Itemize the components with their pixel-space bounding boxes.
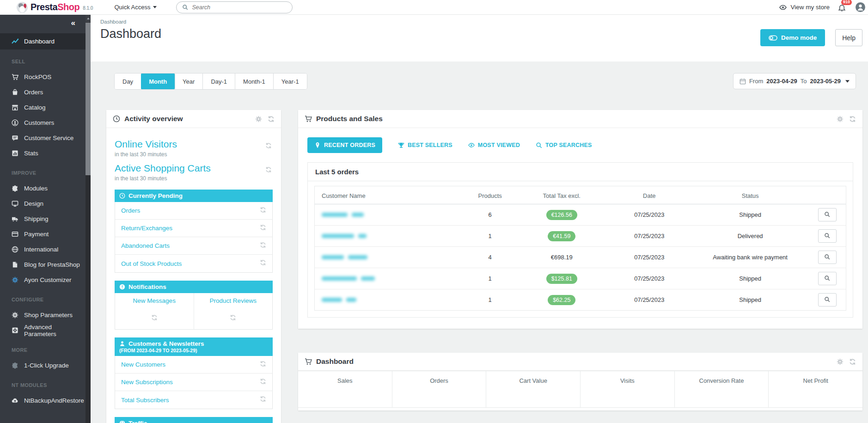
customer-name-redacted[interactable] bbox=[322, 276, 375, 281]
sidebar-item-one-click-upgrade[interactable]: 1-Click Upgrade bbox=[0, 358, 86, 373]
spinner-icon bbox=[151, 314, 158, 323]
globe-icon bbox=[119, 420, 125, 423]
gear-icon[interactable] bbox=[837, 358, 844, 365]
account-avatar[interactable] bbox=[856, 2, 865, 12]
period-year-1-button[interactable]: Year-1 bbox=[274, 74, 307, 89]
abandoned-carts-link[interactable]: Abandoned Carts bbox=[121, 242, 170, 249]
pending-list: Orders Return/Exchanges Abandoned Carts … bbox=[115, 202, 273, 273]
sidebar-item-advanced-parameters[interactable]: Advanced Parameters bbox=[0, 323, 86, 338]
metric-label[interactable]: Active Shopping Carts bbox=[115, 163, 273, 174]
refresh-icon[interactable] bbox=[849, 116, 856, 123]
kpi-net-profit: Net Profit bbox=[768, 371, 862, 407]
list-item: Abandoned Carts bbox=[115, 237, 272, 255]
sidebar-section-configure: CONFIGURE bbox=[0, 288, 86, 307]
tab-best-sellers[interactable]: BEST SELLERS bbox=[398, 142, 452, 148]
period-filter-group: Day Month Year Day-1 Month-1 Year-1 bbox=[114, 73, 307, 90]
bar-chart-icon bbox=[12, 150, 18, 157]
scroll-up-arrow-icon[interactable] bbox=[86, 15, 91, 22]
period-day-1-button[interactable]: Day-1 bbox=[203, 74, 235, 89]
product-reviews-link[interactable]: Product Reviews bbox=[194, 297, 273, 304]
person-icon bbox=[12, 119, 18, 126]
brand-name: PrestaShop bbox=[31, 2, 79, 12]
spinner-icon bbox=[230, 314, 236, 323]
metric-label[interactable]: Online Visitors bbox=[115, 139, 273, 150]
out-of-stock-link[interactable]: Out of Stock Products bbox=[121, 260, 182, 267]
period-day-button[interactable]: Day bbox=[115, 74, 141, 89]
date-range-picker[interactable]: From 2023-04-29 To 2023-05-29 bbox=[733, 73, 856, 89]
sidebar-item-shipping[interactable]: Shipping bbox=[0, 211, 86, 227]
tab-most-viewed[interactable]: MOST VIEWED bbox=[468, 142, 520, 148]
sidebar-item-design[interactable]: Design bbox=[0, 196, 86, 211]
sidebar-item-payment[interactable]: Payment bbox=[0, 227, 86, 242]
sidebar-item-shop-parameters[interactable]: Shop Parameters bbox=[0, 307, 86, 323]
avatar-icon bbox=[856, 2, 865, 12]
new-messages-cell: New Messages bbox=[115, 293, 194, 329]
chat-icon bbox=[12, 135, 18, 141]
sidebar-item-stats[interactable]: Stats bbox=[0, 146, 86, 161]
col-total: Total Tax excl. bbox=[517, 186, 607, 204]
search-input[interactable] bbox=[192, 4, 287, 11]
customer-name-redacted[interactable] bbox=[322, 234, 367, 238]
new-customers-link[interactable]: New Customers bbox=[121, 361, 165, 368]
pending-returns-link[interactable]: Return/Exchanges bbox=[121, 225, 172, 232]
new-messages-link[interactable]: New Messages bbox=[115, 297, 194, 304]
sidebar-item-modules[interactable]: Modules bbox=[0, 181, 86, 196]
customer-name-redacted[interactable] bbox=[322, 298, 356, 302]
calendar-icon bbox=[740, 78, 746, 85]
sidebar-item-rockpos[interactable]: RockPOS bbox=[0, 69, 86, 85]
trophy-icon bbox=[398, 142, 404, 148]
view-order-button[interactable] bbox=[818, 251, 837, 264]
sidebar-item-catalog[interactable]: Catalog bbox=[0, 100, 86, 115]
total-subscribers-link[interactable]: Total Subscribers bbox=[121, 397, 169, 404]
period-month-1-button[interactable]: Month-1 bbox=[235, 74, 274, 89]
sidebar-item-blog[interactable]: Blog for PrestaShop bbox=[0, 257, 86, 272]
view-order-button[interactable] bbox=[818, 272, 837, 285]
kpi-sales: Sales bbox=[298, 371, 392, 407]
customer-name-redacted[interactable] bbox=[322, 213, 364, 217]
refresh-icon[interactable] bbox=[268, 116, 275, 123]
view-my-store-link[interactable]: View my store bbox=[779, 4, 830, 11]
cart-icon bbox=[305, 358, 312, 365]
kpi-cart-value: Cart Value bbox=[486, 371, 580, 407]
quick-access-dropdown[interactable]: Quick Access bbox=[114, 4, 157, 11]
col-products: Products bbox=[464, 186, 517, 204]
spinner-icon bbox=[260, 242, 266, 250]
gear-icon[interactable] bbox=[837, 116, 844, 123]
sidebar-item-customer-service[interactable]: Customer Service bbox=[0, 130, 86, 146]
clock-icon bbox=[119, 193, 125, 199]
tab-recent-orders[interactable]: RECENT ORDERS bbox=[307, 137, 382, 153]
gear-icon[interactable] bbox=[255, 116, 262, 123]
notifications-button[interactable]: 910 bbox=[838, 3, 847, 12]
sidebar-item-ntbackupandrestore[interactable]: NtBackupAndRestore bbox=[0, 393, 86, 408]
period-year-button[interactable]: Year bbox=[175, 74, 203, 89]
sidebar-item-dashboard[interactable]: Dashboard bbox=[0, 33, 86, 49]
refresh-icon[interactable] bbox=[849, 358, 856, 365]
customers-date-range: (FROM 2023-04-29 TO 2023-05-29) bbox=[119, 348, 268, 353]
cart-icon bbox=[305, 115, 312, 123]
sidebar-collapse-button[interactable]: « bbox=[71, 19, 75, 27]
global-search bbox=[176, 1, 293, 13]
demo-mode-button[interactable]: Demo mode bbox=[760, 29, 825, 46]
sidebar-item-orders[interactable]: Orders bbox=[0, 85, 86, 100]
total-badge: €41.59 bbox=[548, 231, 575, 241]
customer-name-redacted[interactable] bbox=[322, 255, 367, 259]
last-orders-title: Last 5 orders bbox=[308, 163, 853, 181]
sidebar-item-international[interactable]: International bbox=[0, 242, 86, 257]
sidebar-section-sell: SELL bbox=[0, 49, 86, 69]
scrollbar-thumb[interactable] bbox=[86, 23, 91, 175]
period-month-button[interactable]: Month bbox=[141, 73, 175, 90]
sidebar-item-ayon-customizer[interactable]: Ayon Customizer bbox=[0, 272, 86, 288]
prestashop-logo[interactable]: PrestaShop 8.1.0 bbox=[17, 2, 93, 13]
view-order-button[interactable] bbox=[818, 293, 837, 307]
pending-orders-link[interactable]: Orders bbox=[121, 207, 140, 214]
list-item: Orders bbox=[115, 202, 272, 220]
breadcrumb[interactable]: Dashboard bbox=[100, 15, 868, 25]
list-item: Return/Exchanges bbox=[115, 220, 272, 237]
view-order-button[interactable] bbox=[818, 229, 837, 243]
store-icon bbox=[12, 104, 18, 111]
tab-top-searches[interactable]: TOP SEARCHES bbox=[536, 142, 592, 148]
new-subscriptions-link[interactable]: New Subscriptions bbox=[121, 379, 173, 386]
help-button[interactable]: Help bbox=[835, 29, 862, 46]
view-order-button[interactable] bbox=[818, 208, 837, 221]
sidebar-item-customers[interactable]: Customers bbox=[0, 115, 86, 130]
